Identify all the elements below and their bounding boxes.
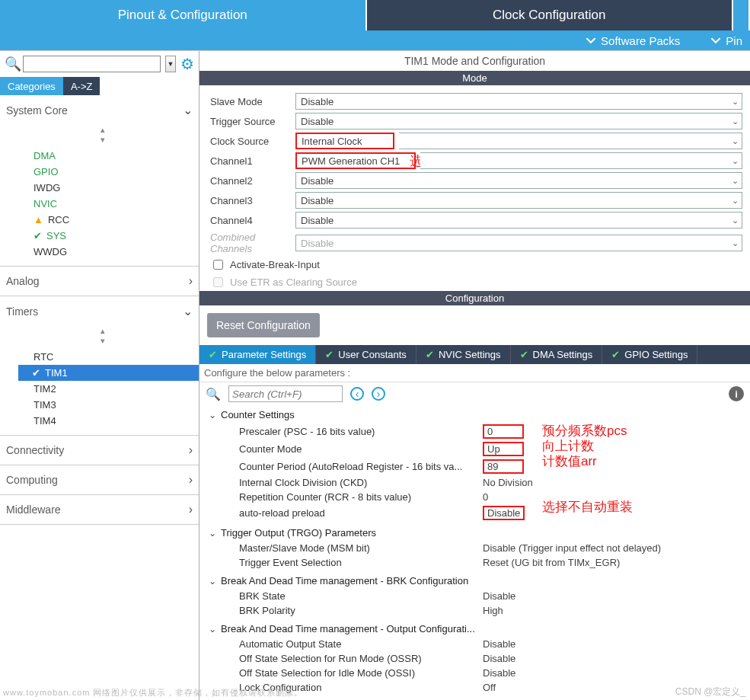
tab-pinout[interactable]: Pinout & Configuration — [0, 0, 367, 30]
tab-gpio-settings[interactable]: ✔GPIO Settings — [602, 345, 697, 364]
view-categories[interactable]: Categories — [0, 77, 63, 95]
sidebar-item-wwdg[interactable]: WWDG — [29, 244, 199, 260]
label-combined: Combined Channels — [210, 232, 291, 254]
label-channel1: Channel1 — [210, 155, 291, 167]
sidebar-item-nvic[interactable]: NVIC — [29, 196, 199, 212]
tab-nvic-settings[interactable]: ✔NVIC Settings — [416, 345, 511, 364]
select-channel1-ext[interactable]: ⌄ — [420, 152, 742, 169]
sidebar-item-iwdg[interactable]: IWDG — [29, 180, 199, 196]
value-msm[interactable]: Disable (Trigger input effect not delaye… — [483, 542, 661, 554]
config-description: Configure the below parameters : — [199, 364, 750, 382]
cat-connectivity[interactable]: Connectivity› — [0, 436, 199, 465]
label-brk-state: BRK State — [239, 590, 483, 602]
select-channel1[interactable]: PWM Generation CH1 — [295, 152, 416, 169]
select-clock-source-ext[interactable]: ⌄ — [399, 133, 742, 149]
select-slave-mode[interactable]: Disable⌄ — [295, 93, 742, 110]
select-channel2[interactable]: Disable⌄ — [295, 172, 742, 189]
sidebar-item-dma[interactable]: DMA — [29, 148, 199, 164]
label-channel3: Channel3 — [210, 195, 291, 206]
select-combined: Disable⌄ — [295, 235, 742, 251]
label-prescaler: Prescaler (PSC - 16 bits value) — [239, 426, 483, 437]
watermark: www.toymoban.com 网络图片仅供展示，非存储，如有侵权请联系删除。 — [3, 687, 303, 698]
check-icon: ✔ — [520, 349, 528, 360]
check-icon: ✔ — [426, 349, 434, 360]
annotation-period: 计数值arr — [542, 452, 597, 470]
prev-icon[interactable]: ‹ — [350, 387, 364, 401]
value-counter-mode[interactable]: Up — [483, 442, 524, 456]
label-aos: Automatic Output State — [239, 638, 483, 650]
info-icon[interactable]: i — [729, 386, 744, 401]
gear-icon[interactable]: ⚙ — [180, 55, 194, 73]
search-dropdown-icon[interactable]: ▼ — [165, 56, 176, 72]
select-channel4[interactable]: Disable⌄ — [295, 212, 742, 229]
param-search-input[interactable] — [228, 385, 343, 402]
pinout-dropdown[interactable]: Pin — [710, 34, 742, 47]
tab-user-constants[interactable]: ✔User Constants — [316, 345, 416, 364]
section-mode: Mode — [199, 71, 750, 85]
value-prescaler[interactable]: 0 — [483, 424, 524, 439]
group-brk[interactable]: ⌄Break And Dead Time management - BRK Co… — [209, 573, 745, 589]
select-clock-source[interactable]: Internal Clock — [295, 133, 394, 149]
label-rcr: Repetition Counter (RCR - 8 bits value) — [239, 491, 483, 503]
sidebar-item-rtc[interactable]: RTC — [29, 349, 199, 365]
cat-timers[interactable]: Timers⌄ — [0, 296, 199, 326]
tab-clock[interactable]: Clock Configuration — [367, 0, 734, 30]
label-tes: Trigger Event Selection — [239, 557, 483, 568]
value-rcr[interactable]: 0 — [483, 491, 488, 503]
sidebar-item-tim1[interactable]: ✔TIM1 — [18, 365, 199, 381]
tab-extra[interactable] — [733, 0, 750, 30]
sidebar-item-gpio[interactable]: GPIO — [29, 164, 199, 180]
value-aos[interactable]: Disable — [483, 638, 515, 650]
label-channel4: Channel4 — [210, 215, 291, 226]
value-ossi[interactable]: Disable — [483, 667, 515, 679]
sidebar: 🔍 ▼ ⚙ Categories A->Z System Core⌄ ▴▾ DM… — [0, 51, 199, 700]
sidebar-item-tim4[interactable]: TIM4 — [29, 413, 199, 429]
group-trgo[interactable]: ⌄Trigger Output (TRGO) Parameters — [209, 525, 745, 541]
select-channel3[interactable]: Disable⌄ — [295, 192, 742, 209]
chevron-down-icon: ⌄ — [732, 238, 739, 248]
label-ossr: Off State Selection for Run Mode (OSSR) — [239, 653, 483, 664]
label-counter-mode: Counter Mode — [239, 443, 483, 455]
sidebar-item-tim3[interactable]: TIM3 — [29, 397, 199, 413]
cat-analog[interactable]: Analog› — [0, 267, 199, 296]
warning-icon: ▲ — [34, 214, 43, 225]
cat-computing[interactable]: Computing› — [0, 465, 199, 494]
value-autoreload[interactable]: Disable — [483, 506, 525, 520]
checkbox-etr-clearing: Use ETR as Clearing Source — [210, 275, 357, 289]
annotation-arp: 选择不自动重装 — [542, 498, 633, 516]
search-icon[interactable]: 🔍 — [5, 56, 18, 72]
select-trigger-source[interactable]: Disable⌄ — [295, 113, 742, 129]
sidebar-search-input[interactable] — [23, 56, 161, 72]
value-lock[interactable]: Off — [483, 682, 496, 693]
section-configuration: Configuration — [199, 291, 750, 305]
reset-configuration-button[interactable]: Reset Configuration — [207, 313, 320, 337]
group-output[interactable]: ⌄Break And Dead Time management - Output… — [209, 621, 745, 637]
tab-dma-settings[interactable]: ✔DMA Settings — [511, 345, 603, 364]
chevron-down-icon: ⌄ — [732, 156, 739, 166]
tab-parameter-settings[interactable]: ✔Parameter Settings — [199, 345, 316, 364]
chevron-down-icon — [586, 35, 596, 46]
value-brk-polarity[interactable]: High — [483, 605, 503, 616]
cat-middleware[interactable]: Middleware› — [0, 495, 199, 524]
label-autoreload: auto-reload preload — [239, 507, 483, 519]
sidebar-item-rcc[interactable]: ▲RCC — [29, 212, 199, 228]
pinout-label: Pin — [726, 34, 742, 47]
value-counter-period[interactable]: 89 — [483, 459, 524, 474]
sidebar-item-sys[interactable]: ✔SYS — [29, 228, 199, 244]
checkbox-break-input-box[interactable] — [213, 260, 223, 270]
value-tes[interactable]: Reset (UG bit from TIMx_EGR) — [483, 557, 620, 568]
sidebar-item-tim2[interactable]: TIM2 — [29, 381, 199, 397]
chevron-down-icon: ⌄ — [183, 304, 193, 318]
cat-system-core[interactable]: System Core⌄ — [0, 95, 199, 125]
software-packs-dropdown[interactable]: Software Packs — [586, 34, 680, 47]
checkbox-break-input[interactable]: Activate-Break-Input — [210, 257, 320, 272]
search-icon[interactable]: 🔍 — [206, 387, 221, 401]
value-ckd[interactable]: No Division — [483, 477, 533, 488]
next-icon[interactable]: › — [372, 387, 385, 401]
value-ossr[interactable]: Disable — [483, 653, 515, 664]
value-brk-state[interactable]: Disable — [483, 590, 515, 602]
view-az[interactable]: A->Z — [63, 77, 101, 95]
chevron-down-icon: ⌄ — [732, 136, 739, 146]
chevron-down-icon: ⌄ — [732, 117, 739, 126]
group-counter[interactable]: ⌄Counter Settings — [209, 407, 745, 423]
